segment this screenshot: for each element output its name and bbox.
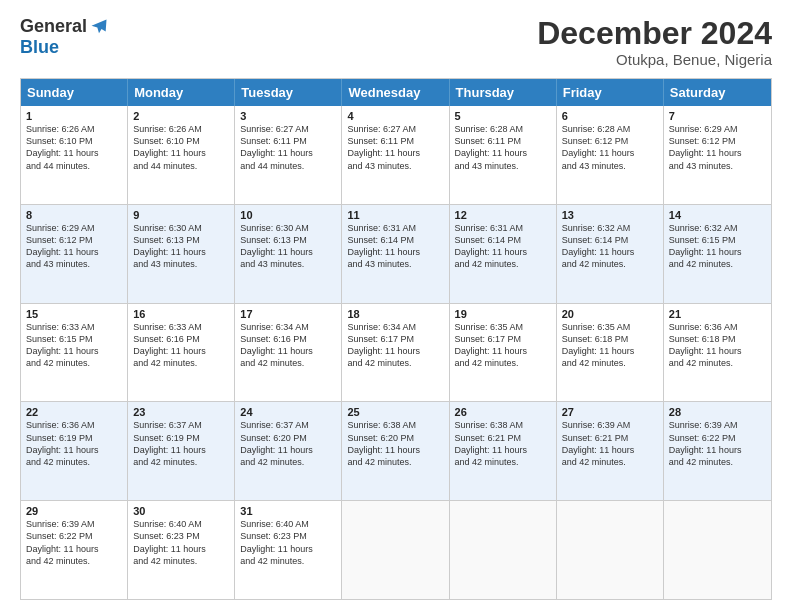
cell-text: Sunrise: 6:30 AMSunset: 6:13 PMDaylight:… — [133, 222, 229, 271]
calendar-cell — [557, 501, 664, 599]
cell-text: Sunrise: 6:39 AMSunset: 6:22 PMDaylight:… — [669, 419, 766, 468]
day-number: 18 — [347, 308, 443, 320]
cell-text: Sunrise: 6:27 AMSunset: 6:11 PMDaylight:… — [240, 123, 336, 172]
logo-general: General — [20, 16, 87, 37]
calendar-row: 1Sunrise: 6:26 AMSunset: 6:10 PMDaylight… — [21, 106, 771, 205]
day-number: 8 — [26, 209, 122, 221]
day-number: 2 — [133, 110, 229, 122]
day-number: 10 — [240, 209, 336, 221]
calendar-cell: 17Sunrise: 6:34 AMSunset: 6:16 PMDayligh… — [235, 304, 342, 402]
calendar-cell: 2Sunrise: 6:26 AMSunset: 6:10 PMDaylight… — [128, 106, 235, 204]
day-number: 20 — [562, 308, 658, 320]
calendar-cell: 26Sunrise: 6:38 AMSunset: 6:21 PMDayligh… — [450, 402, 557, 500]
calendar-cell: 14Sunrise: 6:32 AMSunset: 6:15 PMDayligh… — [664, 205, 771, 303]
day-number: 26 — [455, 406, 551, 418]
calendar-cell — [450, 501, 557, 599]
day-number: 30 — [133, 505, 229, 517]
cell-text: Sunrise: 6:29 AMSunset: 6:12 PMDaylight:… — [26, 222, 122, 271]
day-number: 27 — [562, 406, 658, 418]
calendar-cell — [664, 501, 771, 599]
day-number: 3 — [240, 110, 336, 122]
cell-text: Sunrise: 6:38 AMSunset: 6:20 PMDaylight:… — [347, 419, 443, 468]
day-number: 28 — [669, 406, 766, 418]
calendar-header-cell: Wednesday — [342, 79, 449, 106]
cell-text: Sunrise: 6:32 AMSunset: 6:14 PMDaylight:… — [562, 222, 658, 271]
cell-text: Sunrise: 6:32 AMSunset: 6:15 PMDaylight:… — [669, 222, 766, 271]
cell-text: Sunrise: 6:40 AMSunset: 6:23 PMDaylight:… — [240, 518, 336, 567]
cell-text: Sunrise: 6:27 AMSunset: 6:11 PMDaylight:… — [347, 123, 443, 172]
cell-text: Sunrise: 6:26 AMSunset: 6:10 PMDaylight:… — [133, 123, 229, 172]
calendar-cell: 11Sunrise: 6:31 AMSunset: 6:14 PMDayligh… — [342, 205, 449, 303]
calendar-cell: 15Sunrise: 6:33 AMSunset: 6:15 PMDayligh… — [21, 304, 128, 402]
calendar-cell: 20Sunrise: 6:35 AMSunset: 6:18 PMDayligh… — [557, 304, 664, 402]
cell-text: Sunrise: 6:28 AMSunset: 6:12 PMDaylight:… — [562, 123, 658, 172]
cell-text: Sunrise: 6:37 AMSunset: 6:20 PMDaylight:… — [240, 419, 336, 468]
calendar-header-cell: Saturday — [664, 79, 771, 106]
cell-text: Sunrise: 6:35 AMSunset: 6:17 PMDaylight:… — [455, 321, 551, 370]
title-section: December 2024 Otukpa, Benue, Nigeria — [537, 16, 772, 68]
day-number: 13 — [562, 209, 658, 221]
calendar-header-cell: Sunday — [21, 79, 128, 106]
calendar-cell: 8Sunrise: 6:29 AMSunset: 6:12 PMDaylight… — [21, 205, 128, 303]
calendar-cell: 23Sunrise: 6:37 AMSunset: 6:19 PMDayligh… — [128, 402, 235, 500]
day-number: 31 — [240, 505, 336, 517]
cell-text: Sunrise: 6:37 AMSunset: 6:19 PMDaylight:… — [133, 419, 229, 468]
calendar-row: 15Sunrise: 6:33 AMSunset: 6:15 PMDayligh… — [21, 304, 771, 403]
logo-text: General — [20, 16, 109, 37]
calendar-header: SundayMondayTuesdayWednesdayThursdayFrid… — [21, 79, 771, 106]
day-number: 1 — [26, 110, 122, 122]
cell-text: Sunrise: 6:34 AMSunset: 6:16 PMDaylight:… — [240, 321, 336, 370]
cell-text: Sunrise: 6:29 AMSunset: 6:12 PMDaylight:… — [669, 123, 766, 172]
cell-text: Sunrise: 6:39 AMSunset: 6:21 PMDaylight:… — [562, 419, 658, 468]
cell-text: Sunrise: 6:36 AMSunset: 6:18 PMDaylight:… — [669, 321, 766, 370]
cell-text: Sunrise: 6:35 AMSunset: 6:18 PMDaylight:… — [562, 321, 658, 370]
calendar-cell: 24Sunrise: 6:37 AMSunset: 6:20 PMDayligh… — [235, 402, 342, 500]
calendar-cell: 16Sunrise: 6:33 AMSunset: 6:16 PMDayligh… — [128, 304, 235, 402]
cell-text: Sunrise: 6:28 AMSunset: 6:11 PMDaylight:… — [455, 123, 551, 172]
day-number: 19 — [455, 308, 551, 320]
calendar-cell: 21Sunrise: 6:36 AMSunset: 6:18 PMDayligh… — [664, 304, 771, 402]
cell-text: Sunrise: 6:39 AMSunset: 6:22 PMDaylight:… — [26, 518, 122, 567]
calendar-cell: 5Sunrise: 6:28 AMSunset: 6:11 PMDaylight… — [450, 106, 557, 204]
cell-text: Sunrise: 6:40 AMSunset: 6:23 PMDaylight:… — [133, 518, 229, 567]
calendar-cell: 25Sunrise: 6:38 AMSunset: 6:20 PMDayligh… — [342, 402, 449, 500]
day-number: 12 — [455, 209, 551, 221]
calendar-cell — [342, 501, 449, 599]
cell-text: Sunrise: 6:30 AMSunset: 6:13 PMDaylight:… — [240, 222, 336, 271]
day-number: 11 — [347, 209, 443, 221]
calendar-cell: 3Sunrise: 6:27 AMSunset: 6:11 PMDaylight… — [235, 106, 342, 204]
calendar-cell: 31Sunrise: 6:40 AMSunset: 6:23 PMDayligh… — [235, 501, 342, 599]
calendar-cell: 12Sunrise: 6:31 AMSunset: 6:14 PMDayligh… — [450, 205, 557, 303]
day-number: 24 — [240, 406, 336, 418]
calendar-cell: 29Sunrise: 6:39 AMSunset: 6:22 PMDayligh… — [21, 501, 128, 599]
logo: General Blue — [20, 16, 109, 58]
calendar-cell: 27Sunrise: 6:39 AMSunset: 6:21 PMDayligh… — [557, 402, 664, 500]
calendar-header-cell: Friday — [557, 79, 664, 106]
calendar-row: 29Sunrise: 6:39 AMSunset: 6:22 PMDayligh… — [21, 501, 771, 599]
calendar: SundayMondayTuesdayWednesdayThursdayFrid… — [20, 78, 772, 600]
logo-bird-icon — [89, 17, 109, 37]
day-number: 23 — [133, 406, 229, 418]
cell-text: Sunrise: 6:33 AMSunset: 6:15 PMDaylight:… — [26, 321, 122, 370]
cell-text: Sunrise: 6:36 AMSunset: 6:19 PMDaylight:… — [26, 419, 122, 468]
calendar-row: 22Sunrise: 6:36 AMSunset: 6:19 PMDayligh… — [21, 402, 771, 501]
calendar-cell: 6Sunrise: 6:28 AMSunset: 6:12 PMDaylight… — [557, 106, 664, 204]
day-number: 7 — [669, 110, 766, 122]
day-number: 16 — [133, 308, 229, 320]
day-number: 22 — [26, 406, 122, 418]
calendar-cell: 13Sunrise: 6:32 AMSunset: 6:14 PMDayligh… — [557, 205, 664, 303]
day-number: 5 — [455, 110, 551, 122]
calendar-cell: 10Sunrise: 6:30 AMSunset: 6:13 PMDayligh… — [235, 205, 342, 303]
header: General Blue December 2024 Otukpa, Benue… — [20, 16, 772, 68]
cell-text: Sunrise: 6:38 AMSunset: 6:21 PMDaylight:… — [455, 419, 551, 468]
main-title: December 2024 — [537, 16, 772, 51]
cell-text: Sunrise: 6:26 AMSunset: 6:10 PMDaylight:… — [26, 123, 122, 172]
calendar-cell: 7Sunrise: 6:29 AMSunset: 6:12 PMDaylight… — [664, 106, 771, 204]
cell-text: Sunrise: 6:34 AMSunset: 6:17 PMDaylight:… — [347, 321, 443, 370]
day-number: 21 — [669, 308, 766, 320]
calendar-header-cell: Thursday — [450, 79, 557, 106]
calendar-cell: 30Sunrise: 6:40 AMSunset: 6:23 PMDayligh… — [128, 501, 235, 599]
calendar-cell: 22Sunrise: 6:36 AMSunset: 6:19 PMDayligh… — [21, 402, 128, 500]
page: General Blue December 2024 Otukpa, Benue… — [0, 0, 792, 612]
calendar-cell: 28Sunrise: 6:39 AMSunset: 6:22 PMDayligh… — [664, 402, 771, 500]
